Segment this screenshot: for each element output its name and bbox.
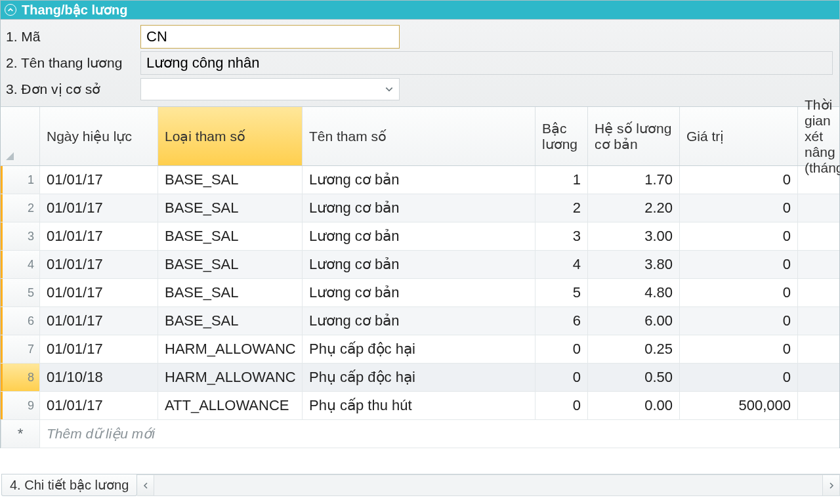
cell-date[interactable]: 01/01/17 bbox=[40, 194, 158, 222]
cell-period[interactable] bbox=[798, 222, 839, 250]
cell-period[interactable] bbox=[798, 335, 839, 363]
column-header-rownum[interactable] bbox=[1, 107, 40, 165]
name-input[interactable] bbox=[140, 51, 833, 75]
cell-paramname[interactable]: Lương cơ bản bbox=[303, 166, 536, 194]
column-header-paramtype[interactable]: Loại tham số bbox=[158, 107, 303, 165]
table-row[interactable]: 901/01/17ATT_ALLOWANCEPhụ cấp thu hút00.… bbox=[1, 392, 839, 420]
cell-coef[interactable]: 4.80 bbox=[588, 279, 680, 306]
table-row[interactable]: 701/01/17HARM_ALLOWANCPhụ cấp độc hại00.… bbox=[1, 335, 839, 364]
cell-value[interactable]: 0 bbox=[680, 307, 798, 335]
cell-paramtype[interactable]: BASE_SAL bbox=[158, 194, 303, 222]
cell-paramname[interactable]: Phụ cấp độc hại bbox=[303, 364, 536, 391]
cell-value[interactable]: 0 bbox=[680, 194, 798, 222]
cell-level[interactable]: 0 bbox=[536, 392, 588, 419]
table-row[interactable]: 201/01/17BASE_SALLương cơ bản22.200 bbox=[1, 194, 839, 222]
cell-coef[interactable]: 0.00 bbox=[588, 392, 680, 419]
row-number: 7 bbox=[1, 335, 40, 363]
scroll-track[interactable] bbox=[154, 475, 822, 495]
cell-coef[interactable]: 0.25 bbox=[588, 335, 680, 363]
column-header-value[interactable]: Giá trị bbox=[680, 107, 798, 165]
label-code: 1. Mã bbox=[6, 29, 140, 45]
chevron-right-icon bbox=[828, 482, 835, 489]
cell-level[interactable]: 1 bbox=[536, 166, 588, 194]
cell-paramtype[interactable]: BASE_SAL bbox=[158, 307, 303, 335]
scroll-right-arrow[interactable] bbox=[822, 475, 839, 495]
cell-paramtype[interactable]: BASE_SAL bbox=[158, 279, 303, 306]
cell-coef[interactable]: 1.70 bbox=[588, 166, 680, 194]
panel-header: Thang/bậc lương bbox=[0, 0, 840, 20]
cell-coef[interactable]: 3.80 bbox=[588, 251, 680, 278]
code-input[interactable] bbox=[140, 25, 400, 49]
grid-body: 101/01/17BASE_SALLương cơ bản11.700201/0… bbox=[1, 166, 839, 420]
cell-paramtype[interactable]: BASE_SAL bbox=[158, 251, 303, 278]
cell-paramname[interactable]: Lương cơ bản bbox=[303, 194, 536, 222]
table-row[interactable]: 301/01/17BASE_SALLương cơ bản33.000 bbox=[1, 222, 839, 251]
cell-value[interactable]: 500,000 bbox=[680, 392, 798, 419]
collapse-icon[interactable] bbox=[5, 4, 16, 16]
cell-level[interactable]: 2 bbox=[536, 194, 588, 222]
cell-date[interactable]: 01/01/17 bbox=[40, 392, 158, 419]
cell-period[interactable] bbox=[798, 194, 839, 222]
cell-period[interactable] bbox=[798, 364, 839, 391]
cell-value[interactable]: 0 bbox=[680, 364, 798, 391]
column-header-paramname[interactable]: Tên tham số bbox=[303, 107, 536, 165]
cell-paramtype[interactable]: ATT_ALLOWANCE bbox=[158, 392, 303, 419]
column-header-coef[interactable]: Hệ số lương cơ bản bbox=[588, 107, 680, 165]
cell-level[interactable]: 3 bbox=[536, 222, 588, 250]
table-row[interactable]: 101/01/17BASE_SALLương cơ bản11.700 bbox=[1, 166, 839, 194]
column-header-period[interactable]: Thời gian xét nâng (tháng) bbox=[798, 107, 839, 165]
cell-date[interactable]: 01/10/18 bbox=[40, 364, 158, 391]
cell-coef[interactable]: 2.20 bbox=[588, 194, 680, 222]
table-row[interactable]: 401/01/17BASE_SALLương cơ bản43.800 bbox=[1, 251, 839, 279]
column-header-level[interactable]: Bậc lương bbox=[536, 107, 588, 165]
table-row[interactable]: 601/01/17BASE_SALLương cơ bản66.000 bbox=[1, 307, 839, 335]
cell-paramtype[interactable]: HARM_ALLOWANC bbox=[158, 364, 303, 391]
cell-paramname[interactable]: Lương cơ bản bbox=[303, 307, 536, 335]
cell-paramname[interactable]: Lương cơ bản bbox=[303, 222, 536, 250]
cell-date[interactable]: 01/01/17 bbox=[40, 222, 158, 250]
cell-level[interactable]: 0 bbox=[536, 364, 588, 391]
cell-level[interactable]: 4 bbox=[536, 251, 588, 278]
cell-date[interactable]: 01/01/17 bbox=[40, 307, 158, 335]
column-header-date[interactable]: Ngày hiệu lực bbox=[40, 107, 158, 165]
footer-tab[interactable]: 4. Chi tiết bậc lương bbox=[1, 474, 137, 496]
cell-value[interactable]: 0 bbox=[680, 335, 798, 363]
cell-paramtype[interactable]: HARM_ALLOWANC bbox=[158, 335, 303, 363]
row-number: 6 bbox=[1, 307, 40, 335]
cell-coef[interactable]: 0.50 bbox=[588, 364, 680, 391]
cell-paramtype[interactable]: BASE_SAL bbox=[158, 166, 303, 194]
cell-coef[interactable]: 6.00 bbox=[588, 307, 680, 335]
cell-period[interactable] bbox=[798, 307, 839, 335]
cell-value[interactable]: 0 bbox=[680, 251, 798, 278]
scroll-left-arrow[interactable] bbox=[137, 475, 154, 495]
cell-level[interactable]: 5 bbox=[536, 279, 588, 306]
cell-value[interactable]: 0 bbox=[680, 166, 798, 194]
cell-coef[interactable]: 3.00 bbox=[588, 222, 680, 250]
row-number: 8 bbox=[1, 364, 40, 391]
cell-period[interactable] bbox=[798, 279, 839, 306]
cell-paramname[interactable]: Phụ cấp thu hút bbox=[303, 392, 536, 419]
cell-date[interactable]: 01/01/17 bbox=[40, 279, 158, 306]
cell-period[interactable] bbox=[798, 251, 839, 278]
cell-level[interactable]: 6 bbox=[536, 307, 588, 335]
cell-value[interactable]: 0 bbox=[680, 222, 798, 250]
cell-level[interactable]: 0 bbox=[536, 335, 588, 363]
cell-date[interactable]: 01/01/17 bbox=[40, 335, 158, 363]
row-number: 5 bbox=[1, 279, 40, 306]
cell-value[interactable]: 0 bbox=[680, 279, 798, 306]
table-row[interactable]: 801/10/18HARM_ALLOWANCPhụ cấp độc hại00.… bbox=[1, 364, 839, 392]
cell-date[interactable]: 01/01/17 bbox=[40, 251, 158, 278]
svg-marker-0 bbox=[6, 152, 14, 160]
cell-paramname[interactable]: Phụ cấp độc hại bbox=[303, 335, 536, 363]
cell-date[interactable]: 01/01/17 bbox=[40, 166, 158, 194]
cell-paramname[interactable]: Lương cơ bản bbox=[303, 251, 536, 278]
new-row-star: * bbox=[1, 420, 40, 448]
cell-period[interactable] bbox=[798, 392, 839, 419]
table-row[interactable]: 501/01/17BASE_SALLương cơ bản54.800 bbox=[1, 279, 839, 307]
new-row[interactable]: * Thêm dữ liệu mới bbox=[1, 420, 839, 448]
cell-paramname[interactable]: Lương cơ bản bbox=[303, 279, 536, 306]
data-grid: Ngày hiệu lực Loại tham số Tên tham số B… bbox=[0, 106, 840, 448]
unit-select[interactable] bbox=[140, 78, 400, 100]
horizontal-scrollbar[interactable] bbox=[137, 474, 840, 496]
cell-paramtype[interactable]: BASE_SAL bbox=[158, 222, 303, 250]
